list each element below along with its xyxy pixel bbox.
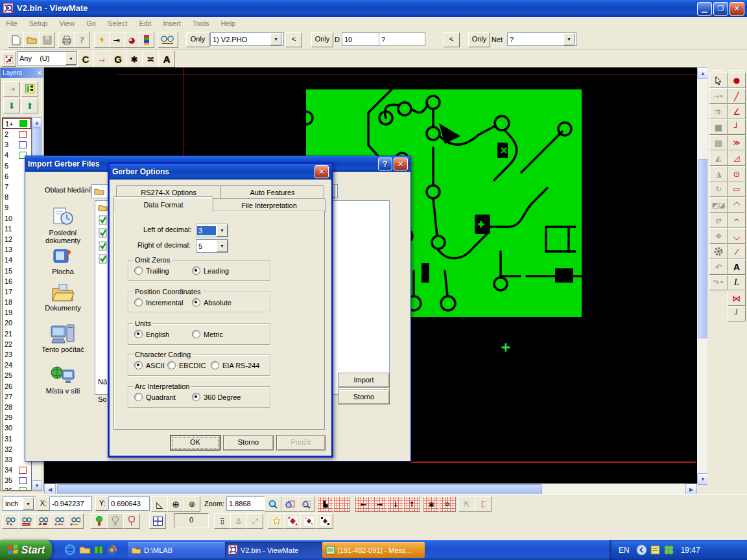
layer-color-swatch[interactable] xyxy=(19,131,27,138)
select-text-tool[interactable]: A xyxy=(158,51,175,67)
restore-button[interactable]: ❐ xyxy=(713,2,728,16)
view-all-glasses-icon[interactable] xyxy=(67,513,84,529)
layer-color-swatch[interactable] xyxy=(19,141,27,148)
radio-trailing[interactable]: Trailing xyxy=(134,266,169,275)
draw-arc2-tool-icon[interactable]: ◡ xyxy=(728,228,746,244)
only-dcode-button[interactable]: Only xyxy=(311,32,333,47)
settings-gear-icon[interactable] xyxy=(709,244,728,259)
inspect-glasses-icon[interactable] xyxy=(158,32,178,48)
draw-curve-tool-icon[interactable]: ⌒ xyxy=(728,213,746,228)
highlight-on-bulb-icon[interactable] xyxy=(91,513,108,529)
vscroll-thumb[interactable] xyxy=(698,159,708,338)
place-desktop[interactable]: Plocha xyxy=(36,247,90,275)
ok-button[interactable]: OK xyxy=(170,435,220,450)
draw-mode-half-icon[interactable] xyxy=(300,513,317,529)
radio-360-degree[interactable]: 360 Degree xyxy=(192,393,241,401)
layer-row[interactable]: 35 xyxy=(3,475,31,485)
draw-line-tool-icon[interactable]: ╱ xyxy=(728,88,746,104)
draw-circle-tool-icon[interactable]: ⊙ xyxy=(728,166,746,181)
place-network[interactable]: Místa v síti xyxy=(36,365,90,395)
canvas-vscrollbar[interactable]: ▲ ▼ xyxy=(697,67,707,484)
layer-row[interactable]: 34 xyxy=(3,465,31,475)
menu-select[interactable]: Select xyxy=(102,18,134,29)
radio-ascii[interactable]: ASCII xyxy=(134,361,165,369)
hscroll-thumb[interactable] xyxy=(57,484,542,495)
relative-origin-icon[interactable]: ⊛ xyxy=(184,496,200,512)
copy-view-icon[interactable]: ▣ xyxy=(423,496,440,512)
chevron-down-icon[interactable]: ▼ xyxy=(23,497,34,510)
radio-ebcdic[interactable]: EBCDIC xyxy=(167,361,206,369)
import-cancel-button[interactable]: Storno xyxy=(338,390,390,404)
draw-arc-tool-icon[interactable]: ◠ xyxy=(728,197,746,213)
net-select[interactable]: ? ▼ xyxy=(507,32,577,46)
start-button[interactable]: Start xyxy=(0,540,52,560)
radio-leading[interactable]: Leading xyxy=(192,266,229,275)
select-trace-tool[interactable]: ≍ xyxy=(142,51,159,67)
layer-select[interactable]: 1) V2.PHO ▼ xyxy=(210,32,284,46)
layer-move-up-icon[interactable]: ⬆ xyxy=(21,98,38,113)
radio-eia-rs244[interactable]: EIA RS-244 xyxy=(211,361,259,369)
layer-row[interactable]: 1+ xyxy=(3,118,31,129)
scroll-up-icon[interactable]: ▲ xyxy=(32,117,42,128)
highlight-query-bulb-icon[interactable] xyxy=(123,513,140,529)
only-net-button[interactable]: Only xyxy=(468,32,490,47)
draw-dimension-tool-icon[interactable]: ⋈ xyxy=(728,290,746,306)
menu-edit[interactable]: Edit xyxy=(133,18,157,29)
gerber-options-titlebar[interactable]: Gerber Options ✕ xyxy=(110,164,331,180)
view-all-grid-icon[interactable]: ▙ xyxy=(317,496,334,512)
view-traces-glasses-icon[interactable] xyxy=(18,513,35,529)
gerber-file-checked-icon[interactable] xyxy=(99,254,108,264)
draw-mode-dark-icon[interactable] xyxy=(316,513,333,529)
gerber-file-checked-icon[interactable] xyxy=(99,241,108,251)
gerber-file-checked-icon[interactable] xyxy=(99,215,108,225)
menu-setup[interactable]: Setup xyxy=(23,18,54,29)
zoom-in-icon[interactable] xyxy=(265,496,281,512)
x-coordinate-field[interactable]: -0.942237 xyxy=(49,496,92,511)
cancel-button[interactable]: Storno xyxy=(223,435,274,450)
draw-corner-tool-icon[interactable]: ┘ xyxy=(728,119,746,135)
firefox-icon[interactable] xyxy=(106,544,117,555)
place-computer[interactable]: Tento počítač xyxy=(36,323,90,353)
zoom-selection-icon[interactable] xyxy=(298,496,314,512)
layer-row[interactable]: 36 xyxy=(3,485,31,491)
draw-polyline-tool-icon[interactable]: ∠ xyxy=(728,104,746,119)
y-coordinate-field[interactable]: 0.690643 xyxy=(108,496,150,511)
pad-select-icon[interactable]: ◕ xyxy=(124,32,139,48)
pan-left-icon[interactable]: ← xyxy=(355,496,372,512)
view-grid-icon[interactable] xyxy=(333,496,350,512)
chevron-down-icon[interactable]: ▼ xyxy=(65,52,77,65)
layer-row[interactable]: 3 xyxy=(3,139,31,150)
title-bar[interactable]: V2.bin - ViewMate ▁ ❐ ✕ xyxy=(0,0,747,17)
only-layer-button[interactable]: Only xyxy=(186,32,209,47)
select-arrow-tool[interactable]: → xyxy=(93,51,110,67)
origin-icon[interactable]: ⊕ xyxy=(167,496,184,512)
canvas-hscrollbar[interactable]: ◀ ▶ xyxy=(43,484,697,494)
menu-view[interactable]: View xyxy=(53,18,80,29)
open-file-button[interactable] xyxy=(23,32,40,48)
units-select[interactable]: inch ▼ xyxy=(3,496,36,511)
tab-file-interpretation[interactable]: File Interpretation xyxy=(213,198,326,212)
help-button[interactable]: ? xyxy=(378,158,392,170)
select-mode-icon[interactable] xyxy=(1,51,16,67)
layer-table-button[interactable] xyxy=(21,81,38,97)
measure-angle-icon[interactable]: ◺ xyxy=(151,496,168,512)
left-of-decimal-select[interactable]: 3 ▼ xyxy=(196,224,228,237)
tile-windows-icon[interactable] xyxy=(149,513,166,529)
draw-rectangle-tool-icon[interactable]: ▭ xyxy=(728,181,746,197)
pan-down-icon[interactable]: ↓ xyxy=(387,496,404,512)
menu-insert[interactable]: Insert xyxy=(157,18,187,29)
draw-text-tool-icon[interactable]: A xyxy=(728,259,746,275)
menu-help[interactable]: Help xyxy=(215,18,242,29)
minimize-button[interactable]: ▁ xyxy=(697,2,712,16)
colors-panel-icon[interactable] xyxy=(139,32,154,48)
layer-color-swatch[interactable] xyxy=(19,120,27,127)
select-flash-tool[interactable]: ✱ xyxy=(126,51,143,67)
dcode-input[interactable]: 10 xyxy=(342,32,381,46)
pan-up-icon[interactable]: ↑ xyxy=(403,496,420,512)
new-file-button[interactable] xyxy=(8,32,24,48)
draw-hook-tool-icon[interactable]: └ xyxy=(728,306,746,321)
folder-quicklaunch-icon[interactable] xyxy=(79,545,91,554)
tab-auto-features[interactable]: Auto Features xyxy=(220,185,324,199)
close-icon[interactable]: ✕ xyxy=(37,70,42,76)
clock[interactable]: 19:47 xyxy=(681,546,700,555)
